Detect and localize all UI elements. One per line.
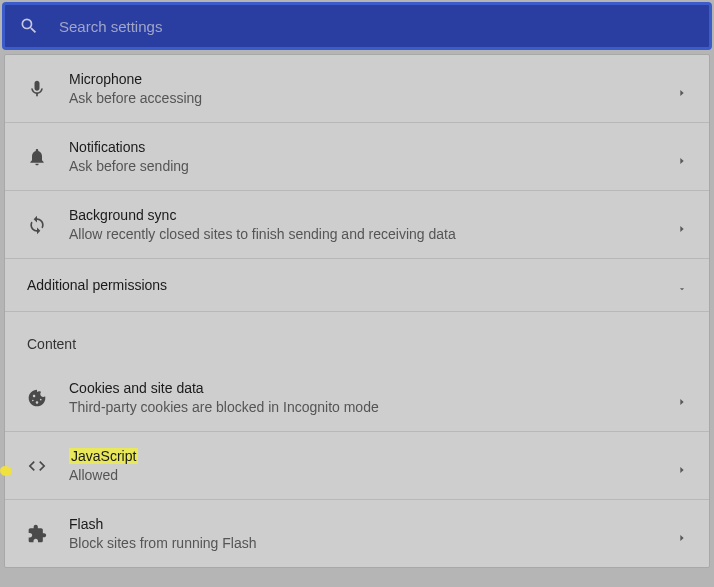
- bell-icon: [27, 147, 47, 167]
- microphone-row[interactable]: Microphone Ask before accessing: [5, 55, 709, 123]
- chevron-right-icon: [677, 220, 687, 230]
- row-content: Flash Block sites from running Flash: [69, 516, 677, 551]
- chevron-right-icon: [677, 461, 687, 471]
- cookies-title: Cookies and site data: [69, 380, 677, 396]
- content-section-header: Content: [5, 312, 709, 364]
- flash-subtitle: Block sites from running Flash: [69, 535, 677, 551]
- row-content: Cookies and site data Third-party cookie…: [69, 380, 677, 415]
- notifications-title: Notifications: [69, 139, 677, 155]
- background-sync-title: Background sync: [69, 207, 677, 223]
- row-content: Microphone Ask before accessing: [69, 71, 677, 106]
- cookies-row[interactable]: Cookies and site data Third-party cookie…: [5, 364, 709, 432]
- cookie-icon: [27, 388, 47, 408]
- annotation-dot: [0, 466, 12, 476]
- microphone-title: Microphone: [69, 71, 677, 87]
- javascript-title: JavaScript: [69, 448, 677, 464]
- settings-panel: Microphone Ask before accessing Notifica…: [4, 54, 710, 568]
- extension-icon: [27, 524, 47, 544]
- chevron-right-icon: [677, 529, 687, 539]
- row-content: Notifications Ask before sending: [69, 139, 677, 174]
- additional-permissions-row[interactable]: Additional permissions: [5, 259, 709, 312]
- code-icon: [27, 456, 47, 476]
- search-input[interactable]: [59, 18, 695, 35]
- microphone-icon: [27, 79, 47, 99]
- background-sync-subtitle: Allow recently closed sites to finish se…: [69, 226, 677, 242]
- notifications-row[interactable]: Notifications Ask before sending: [5, 123, 709, 191]
- search-icon: [19, 16, 39, 36]
- chevron-right-icon: [677, 152, 687, 162]
- background-sync-row[interactable]: Background sync Allow recently closed si…: [5, 191, 709, 259]
- row-content: Background sync Allow recently closed si…: [69, 207, 677, 242]
- microphone-subtitle: Ask before accessing: [69, 90, 677, 106]
- sync-icon: [27, 215, 47, 235]
- javascript-subtitle: Allowed: [69, 467, 677, 483]
- javascript-row[interactable]: JavaScript Allowed: [5, 432, 709, 500]
- flash-title: Flash: [69, 516, 677, 532]
- chevron-right-icon: [677, 84, 687, 94]
- chevron-right-icon: [677, 393, 687, 403]
- chevron-down-icon: [677, 280, 687, 290]
- flash-row[interactable]: Flash Block sites from running Flash: [5, 500, 709, 567]
- cookies-subtitle: Third-party cookies are blocked in Incog…: [69, 399, 677, 415]
- search-bar[interactable]: [2, 2, 712, 50]
- row-content: JavaScript Allowed: [69, 448, 677, 483]
- notifications-subtitle: Ask before sending: [69, 158, 677, 174]
- additional-permissions-label: Additional permissions: [27, 277, 677, 293]
